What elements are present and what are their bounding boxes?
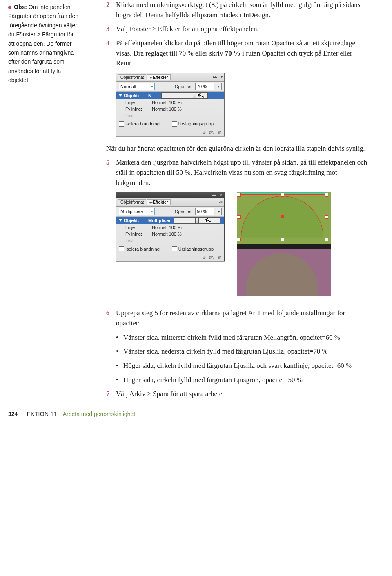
object-label: Objekt: [124, 93, 148, 98]
panel-menu-icon[interactable]: │▾ [219, 75, 223, 79]
page-footer: 324 LEKTION 11 Arbeta med genomskinlighe… [8, 411, 135, 417]
object-value: N [148, 93, 151, 98]
panel-pin-icon[interactable]: ▸▸ [213, 75, 217, 79]
checkbox-icon [119, 121, 124, 127]
note-text: Om inte panelen Färgrutor är öppen från … [8, 4, 78, 83]
lesson-label: LEKTION 11 [23, 411, 57, 417]
knockout-label-2: Urslagningsgrupp [178, 247, 214, 251]
text-k: Text: [125, 113, 152, 118]
checkbox-icon [119, 246, 124, 251]
blendmode-select[interactable]: Normalt ▾ [119, 83, 155, 90]
bullet-4: •Höger sida, cirkeln fylld med färgrutan… [106, 375, 368, 385]
main-content: 2 Klicka med markeringsverktyget (↖) på … [106, 0, 368, 399]
sel-handle [237, 215, 241, 219]
step-3: 3 Välj Fönster > Effekter för att öppna … [106, 24, 368, 34]
tab-effekter-2[interactable]: ◂▸Effekter [147, 199, 170, 205]
sel-handle [325, 215, 328, 219]
figure-2: ◂◂ ✕ Objektformat ◂▸Effekter ▾≡ Multipli… [116, 192, 368, 296]
fx-button-2[interactable]: fx. [209, 255, 214, 260]
text-k2: Text: [125, 238, 152, 243]
slider-thumb[interactable] [193, 92, 196, 99]
line-attr: Linje:Normalt 100 % [116, 99, 224, 106]
panel1-footer: ⊘ fx. 🗑 [116, 129, 224, 136]
chevron-down-icon: ▾ [151, 209, 153, 213]
preview-mid-circle [246, 253, 318, 296]
step-2: 2 Klicka med markeringsverktyget (↖) på … [106, 0, 368, 20]
chevron-down-icon: ▾ [151, 85, 153, 89]
fx-button[interactable]: fx. [209, 130, 214, 135]
effects-panel-2: ◂◂ ✕ Objektformat ◂▸Effekter ▾≡ Multipli… [116, 192, 225, 261]
step-num-2: 2 [106, 0, 116, 20]
panel1-chkrow: Isolera blandning Urslagningsgrupp [116, 119, 224, 129]
checkbox-icon [172, 246, 177, 251]
sidebar-note: Obs: Om inte panelen Färgrutor är öppen … [8, 2, 80, 85]
slider-thumb-2[interactable] [195, 217, 199, 224]
tab-arrows-icon: ◂▸ [149, 200, 152, 205]
object-row-2[interactable]: Objekt: Multiplicer [116, 217, 224, 224]
bullet-dot-icon: • [116, 375, 123, 385]
step-2-text: Klicka med markeringsverktyget (↖) på ci… [116, 0, 368, 20]
tab-objektformat[interactable]: Objektformat [118, 74, 146, 80]
tab-arrows-icon: ◂▸ [149, 76, 152, 80]
object-row[interactable]: Objekt: N [116, 92, 224, 99]
trash-icon-2[interactable]: 🗑 [217, 255, 222, 260]
sel-center [281, 215, 284, 218]
disclosure-triangle-icon [119, 94, 122, 97]
page: Obs: Om inte panelen Färgrutor är öppen … [0, 0, 392, 424]
lesson-title: Arbeta med genomskinlighet [63, 411, 135, 417]
bullet-dot-icon: • [116, 361, 123, 371]
trash-icon[interactable]: 🗑 [217, 130, 222, 135]
text-attr: Text: [116, 112, 224, 119]
tab-objektformat-2[interactable]: Objektformat [118, 199, 146, 205]
clear-override-icon[interactable]: ⊘ [202, 130, 206, 135]
step-6-text: Upprepa steg 5 för resten av cirklarna p… [116, 308, 368, 328]
line-attr-2: Linje:Normalt 100 % [116, 224, 224, 231]
step-3-text: Välj Fönster > Effekter för att öppna ef… [116, 24, 259, 34]
isolate-check-2[interactable]: Isolera blandning [119, 246, 160, 251]
close-icon[interactable]: ✕ [219, 193, 223, 197]
fill-k: Fyllning: [125, 107, 152, 111]
opacity-input-2[interactable]: 50 % [195, 208, 214, 215]
bullet-1: •Vänster sida, mittersta cirkeln fylld m… [106, 333, 368, 343]
knockout-label: Urslagningsgrupp [178, 121, 214, 126]
knockout-check-2[interactable]: Urslagningsgrupp [172, 246, 214, 251]
blendmode-value: Normalt [120, 84, 136, 89]
clear-override-icon-2[interactable]: ⊘ [202, 255, 206, 260]
opacity-label: Opacitet: [175, 84, 193, 89]
fill-attr: Fyllning:Normalt 100 % [116, 106, 224, 112]
panel2-tabbar: Objektformat ◂▸Effekter ▾≡ [116, 198, 224, 207]
step-5-text: Markera den ljusgröna halvcirkeln högst … [116, 158, 368, 188]
panel2-moderow: Multiplicera ▾ Opacitet: 50 % ▸ [116, 207, 224, 217]
fill-v2: Normalt 100 % [152, 231, 182, 236]
checkbox-icon [172, 121, 177, 127]
panel-menu-icon-2[interactable]: ▾≡ [219, 200, 223, 204]
blendmode-select-2[interactable]: Multiplicera ▾ [119, 208, 155, 215]
panel1-tabbar: Objektformat ◂▸Effekter ▸▸ │▾ [116, 73, 224, 82]
opacity-slider-2[interactable] [174, 217, 220, 224]
mid-paragraph: När du har ändrat opaciteten för den gul… [106, 144, 368, 154]
object-value-2: Multiplicer [148, 218, 171, 223]
sel-handle [281, 238, 284, 241]
collapse-icon[interactable]: ◂◂ [212, 193, 216, 197]
opacity-input[interactable]: 70 % [195, 83, 214, 90]
step-6: 6 Upprepa steg 5 för resten av cirklarna… [106, 308, 368, 328]
step-4: 4 På effektpanelen klickar du på pilen t… [106, 38, 368, 69]
step-7-text: Välj Arkiv > Spara för att spara arbetet… [116, 389, 226, 399]
bullet-3: •Höger sida, cirkeln fylld med färgrutan… [106, 361, 368, 371]
opacity-dropdown-button[interactable]: ▸ [216, 83, 222, 90]
panel2-chkrow: Isolera blandning Urslagningsgrupp [116, 244, 224, 254]
tab-effekter[interactable]: ◂▸Effekter [147, 74, 170, 80]
sel-handle [325, 193, 328, 197]
opacity-slider-popup [161, 92, 208, 99]
panel1-moderow: Normalt ▾ Opacitet: 70 % ▸ [116, 82, 224, 92]
opacity-dropdown-button-2[interactable]: ▸ [216, 208, 222, 215]
opacity-slider[interactable] [161, 92, 208, 99]
knockout-check[interactable]: Urslagningsgrupp [172, 121, 214, 127]
effects-panel-1: Objektformat ◂▸Effekter ▸▸ │▾ Normalt ▾ … [116, 73, 225, 136]
object-label-2: Objekt: [124, 218, 148, 223]
line-k: Linje: [125, 100, 152, 105]
opacity-slider-popup-2 [174, 217, 220, 224]
page-number: 324 [8, 411, 18, 417]
panel2-titlebar: ◂◂ ✕ [116, 192, 224, 198]
isolate-check[interactable]: Isolera blandning [119, 121, 160, 127]
